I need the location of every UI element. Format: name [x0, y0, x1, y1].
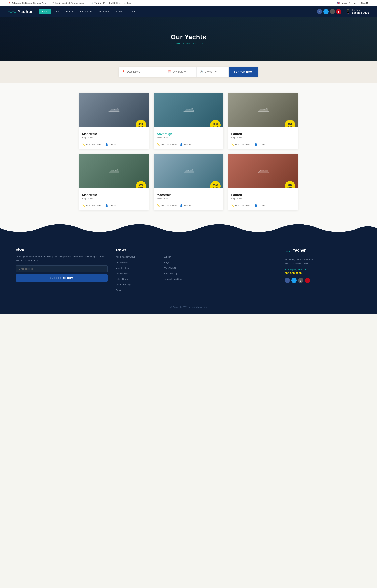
footer-links-col1: About Yacher GroupDestinationsMeet the T… [116, 255, 160, 294]
yacht-location: Italy Ocean [157, 197, 220, 200]
ruler-icon: 📏 [82, 204, 85, 207]
yachts-grid: $780 WEEK Maestrale Italy Ocean 📏 89 ft … [79, 93, 298, 210]
ruler-icon: 📏 [157, 143, 160, 146]
footer-link[interactable]: Our Pricings [116, 272, 128, 275]
footer-about-col: About Lorem ipsum dolor sit amet, adipis… [16, 248, 108, 294]
footer-link[interactable]: FAQs [164, 261, 169, 264]
yacht-card[interactable]: $780 WEEK Maestrale Italy Ocean 📏 89 ft … [79, 154, 149, 210]
footer-email-link[interactable]: needhelp@yacher.com [285, 268, 361, 271]
signup-link[interactable]: Sign Up [361, 2, 369, 4]
yacht-length: 📏 89 ft [157, 204, 165, 207]
footer-facebook-button[interactable]: f [285, 278, 290, 283]
cabin-icon: 🛏 [241, 204, 244, 207]
twitter-social-button[interactable]: t [323, 9, 329, 14]
footer-explore-col: Explore About Yacher GroupDestinationsMe… [116, 248, 207, 294]
footer-link[interactable]: Latest News [116, 278, 128, 280]
hero-section: Our Yachts HOME / OUR YACHTS [0, 17, 377, 61]
pinterest-social-button[interactable]: p [336, 9, 341, 14]
wave-divider [0, 220, 377, 236]
footer-spacer [215, 248, 276, 294]
footer-link[interactable]: Destinations [116, 261, 128, 264]
yacht-divider [157, 141, 220, 141]
site-logo[interactable]: Yacher [8, 9, 33, 14]
yacht-body: Lauren Italy Ocean 📏 89 ft 🛏 4 cabins 👤 … [228, 188, 298, 210]
nav-about[interactable]: About [51, 6, 63, 17]
destinations-field[interactable]: 📍 [119, 67, 165, 77]
call-info: 📱 Call Now 666 888 0000 [345, 9, 369, 14]
nav-contact[interactable]: Contact [125, 6, 139, 17]
footer-link[interactable]: Meet the Team [116, 267, 130, 269]
yacht-berths: 👤 2 berths [105, 204, 116, 207]
cabin-icon: 🛏 [167, 143, 169, 146]
yacht-length: 📏 89 ft [231, 143, 239, 146]
nav-our-yachts[interactable]: Our Yachts [78, 6, 95, 17]
yacht-cabins: 🛏 4 cabins [167, 143, 177, 146]
footer-email-input[interactable] [16, 265, 108, 272]
footer-link[interactable]: Privacy Policy [164, 272, 177, 275]
person-icon: 👤 [254, 204, 257, 207]
footer-link[interactable]: Online Booking [116, 283, 130, 286]
yachts-section: $780 WEEK Maestrale Italy Ocean 📏 89 ft … [0, 83, 377, 220]
hero-title: Our Yachts [171, 34, 206, 41]
nav-news[interactable]: News [114, 6, 125, 17]
yacht-specs: 📏 89 ft 🛏 4 cabins 👤 2 berths [82, 143, 146, 146]
person-icon: 👤 [254, 143, 257, 146]
yacht-cabins: 🛏 4 cabins [92, 204, 103, 207]
yacht-specs: 📏 89 ft 🛏 4 cabins 👤 2 berths [157, 143, 220, 146]
footer-link[interactable]: Contact [116, 289, 123, 291]
ruler-icon: 📏 [231, 143, 234, 146]
yacht-card[interactable]: $470 WEEK Lauren Italy Ocean 📏 89 ft 🛏 4… [228, 93, 298, 149]
duration-field[interactable]: 🕐 1 Week 2 Weeks 3 Weeks 1 Month [197, 67, 228, 77]
yacht-length: 📏 89 ft [82, 204, 90, 207]
nav-destinations[interactable]: Destinations [95, 6, 113, 17]
yacht-body: Sovereign Italy Ocean 📏 89 ft 🛏 4 cabins… [154, 127, 224, 149]
nav-services[interactable]: Services [63, 6, 78, 17]
address-info: 📍 Address: 66 Broklyn St. New York [8, 2, 46, 4]
footer: About Lorem ipsum dolor sit amet, adipis… [0, 236, 377, 314]
yacht-location: Italy Ocean [157, 136, 220, 139]
search-bar: 📍 📅 Any Date 🕐 1 Week 2 Weeks 3 Weeks 1 … [119, 67, 258, 77]
footer-link[interactable]: About Yacher Group [116, 256, 135, 258]
facebook-social-button[interactable]: f [317, 9, 322, 14]
person-icon: 👤 [180, 143, 183, 146]
login-link[interactable]: Login [353, 2, 358, 4]
footer-about-text: Lorem ipsum dolor sit amet, adipiscing e… [16, 255, 108, 262]
map-pin-icon: 📍 [122, 70, 125, 73]
footer-google-button[interactable]: g [298, 278, 303, 283]
chevron-down-icon: ▾ [349, 2, 350, 4]
yacht-image: $470 WEEK [228, 93, 298, 127]
footer-links-grid: About Yacher GroupDestinationsMeet the T… [116, 255, 207, 294]
clock-icon: 🕐 [90, 2, 93, 4]
yacht-card[interactable]: $780 WEEK Maestrale Italy Ocean 📏 89 ft … [154, 154, 224, 210]
yacht-card[interactable]: $960 WEEK Sovereign Italy Ocean 📏 89 ft … [154, 93, 224, 149]
copyright-text: © Copyright 2019 by Layerdrops.com [170, 306, 207, 308]
language-selector[interactable]: 🇬🇧 English ▾ [337, 2, 350, 4]
yacht-card[interactable]: $470 WEEK Lauren Italy Ocean 📏 89 ft 🛏 4… [228, 154, 298, 210]
search-button[interactable]: SEARCH NOW [228, 67, 258, 77]
footer-top: About Lorem ipsum dolor sit amet, adipis… [16, 248, 361, 294]
nav-home[interactable]: Home [39, 9, 51, 14]
footer-link[interactable]: Terms of Conditions [164, 278, 183, 280]
footer-phone: 666 888 0000 [285, 271, 361, 275]
yacht-specs: 📏 89 ft 🛏 4 cabins 👤 2 berths [82, 204, 146, 207]
yacht-location: Italy Ocean [82, 136, 146, 139]
subscribe-button[interactable]: SUBSCRIBE NOW [16, 274, 108, 282]
duration-select[interactable]: 1 Week 2 Weeks 3 Weeks 1 Month [204, 70, 218, 73]
yacht-name: Lauren [231, 132, 295, 136]
date-select[interactable]: Any Date [173, 70, 187, 73]
footer-twitter-button[interactable]: t [291, 278, 297, 283]
person-icon: 👤 [105, 143, 108, 146]
top-info-bar: 📍 Address: 66 Broklyn St. New York ✉ Ema… [0, 0, 377, 6]
google-social-button[interactable]: g [330, 9, 335, 14]
destinations-input[interactable] [127, 71, 161, 73]
yacht-divider [82, 141, 146, 141]
footer-link[interactable]: Support [164, 256, 171, 258]
yacht-card[interactable]: $780 WEEK Maestrale Italy Ocean 📏 89 ft … [79, 93, 149, 149]
search-section: 📍 📅 Any Date 🕐 1 Week 2 Weeks 3 Weeks 1 … [0, 61, 377, 83]
person-icon: 👤 [180, 204, 183, 207]
yacht-berths: 👤 2 berths [254, 204, 265, 207]
footer-link[interactable]: Work With Us [164, 267, 177, 269]
date-field[interactable]: 📅 Any Date [165, 67, 197, 77]
yacht-name: Maestrale [157, 193, 220, 197]
footer-pinterest-button[interactable]: p [305, 278, 310, 283]
